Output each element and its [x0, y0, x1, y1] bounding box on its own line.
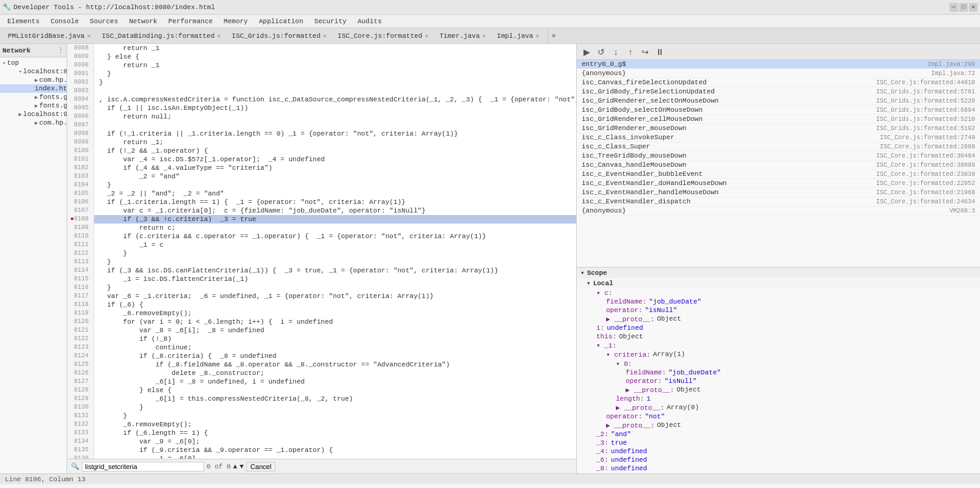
- menu-performance[interactable]: Performance: [163, 16, 218, 26]
- line-content-8116[interactable]: }: [94, 283, 576, 292]
- line-num-8127[interactable]: 8127: [67, 377, 94, 386]
- line-content-8115[interactable]: _1 = isc.DS.flattenCriteria(_1): [94, 275, 576, 283]
- scope-1-criteria-0[interactable]: ▾ 0:: [587, 359, 980, 368]
- tab-close-5[interactable]: ✕: [536, 32, 539, 40]
- line-content-8107[interactable]: var c = _1.criteria[0]; c = {fieldName: …: [94, 206, 576, 215]
- line-num-8124[interactable]: 8124: [67, 352, 94, 360]
- line-num-8111[interactable]: 8111: [67, 241, 94, 249]
- line-content-8131[interactable]: }: [94, 412, 576, 420]
- callstack-item-12[interactable]: isc_c_EventHandler_bubbleEventISC_Core.j…: [577, 170, 980, 179]
- line-content-8129[interactable]: _6[i] = this.compressNestedCriteria(_8, …: [94, 395, 576, 403]
- scope-c[interactable]: ▾ c:: [587, 288, 980, 297]
- callstack-item-2[interactable]: isc_Canvas_fireSelectionUpdatedISC_Core.…: [577, 78, 980, 87]
- tab-close-2[interactable]: ✕: [323, 32, 327, 40]
- scope-1[interactable]: ▾ _1:: [587, 341, 980, 350]
- search-cancel-btn[interactable]: Cancel: [246, 462, 276, 472]
- line-num-8104[interactable]: 8104: [67, 181, 94, 189]
- menu-application[interactable]: Application: [254, 16, 309, 26]
- tab-close-3[interactable]: ✕: [425, 32, 428, 40]
- callstack-item-8[interactable]: isc_c_Class_invokeSuperISC_Core.js:forma…: [577, 133, 980, 142]
- scope-1-proto[interactable]: ▶ __proto__:Object: [587, 421, 980, 430]
- line-num-8123[interactable]: 8123: [67, 343, 94, 352]
- tabs-more-btn[interactable]: »: [548, 28, 560, 43]
- line-content-8134[interactable]: var _9 = _6[0];: [94, 437, 576, 446]
- line-num-8119[interactable]: 8119: [67, 309, 94, 318]
- scope-1-criteria[interactable]: ▾ criteria:Array(1): [587, 350, 980, 359]
- line-num-8092[interactable]: 8092: [67, 78, 94, 87]
- line-content-8093[interactable]: [94, 87, 576, 95]
- scope-c-proto[interactable]: ▶ __proto__:Object: [587, 315, 980, 324]
- line-num-8094[interactable]: 8094: [67, 95, 94, 104]
- callstack-item-13[interactable]: isc_c_EventHandler_doHandleMouseDownISC_…: [577, 179, 980, 188]
- menu-sources[interactable]: Sources: [85, 16, 123, 26]
- search-prev-btn[interactable]: ▲: [233, 463, 238, 470]
- line-num-8106[interactable]: 8106: [67, 198, 94, 206]
- line-content-8101[interactable]: var _4 = isc.DS.$57z[_1.operator]; _4 = …: [94, 155, 576, 164]
- line-content-8103[interactable]: _2 = "and": [94, 172, 576, 181]
- line-content-8113[interactable]: }: [94, 258, 576, 266]
- line-content-8120[interactable]: for (var i = 0; i < _6.length; i++) { i …: [94, 318, 576, 326]
- callstack-item-3[interactable]: isc_GridBody_fireSelectionUpdatedISC_Gri…: [577, 87, 980, 97]
- line-num-8101[interactable]: 8101: [67, 155, 94, 164]
- line-content-8088[interactable]: return _1: [94, 44, 576, 53]
- line-content-8132[interactable]: _6.removeEmpty();: [94, 420, 576, 429]
- line-content-8110[interactable]: if (c.criteria && c.operator == _1.opera…: [94, 232, 576, 241]
- line-num-8134[interactable]: 8134: [67, 437, 94, 446]
- line-content-8098[interactable]: if (!_1.criteria || _1.criteria.length =…: [94, 129, 576, 138]
- line-content-8100[interactable]: if (!_2 && _1.operator) {: [94, 147, 576, 155]
- line-content-8104[interactable]: }: [94, 181, 576, 189]
- line-content-8096[interactable]: return null;: [94, 112, 576, 121]
- callstack-item-6[interactable]: isc_GridRenderer_cellMouseDownISC_Grids.…: [577, 115, 980, 124]
- debug-pause-btn[interactable]: ↺: [595, 46, 607, 57]
- line-content-8127[interactable]: _6[i] = _8 = undefined, i = undefined: [94, 377, 576, 386]
- debug-step-into-btn[interactable]: ↑: [624, 46, 637, 57]
- line-num-8102[interactable]: 8102: [67, 164, 94, 172]
- line-num-8132[interactable]: 8132: [67, 420, 94, 429]
- line-content-8119[interactable]: _6.removeEmpty();: [94, 309, 576, 318]
- line-num-8110[interactable]: 8110: [67, 232, 94, 241]
- line-num-8114[interactable]: 8114: [67, 266, 94, 275]
- menu-console[interactable]: Console: [46, 16, 84, 26]
- line-num-8122[interactable]: 8122: [67, 335, 94, 343]
- debug-step-over-btn[interactable]: ↓: [610, 46, 622, 57]
- tab-close-1[interactable]: ✕: [217, 32, 221, 40]
- line-num-8105[interactable]: 8105: [67, 189, 94, 198]
- code-area[interactable]: 8088 return _18089 } else {8090 return _…: [67, 44, 576, 459]
- callstack-item-4[interactable]: isc_GridRenderer_selectOnMouseDownISC_Gr…: [577, 97, 980, 106]
- scope-1-criteria-0-proto[interactable]: ▶ __proto__:Object: [587, 385, 980, 395]
- line-content-8112[interactable]: }: [94, 249, 576, 258]
- line-num-8135[interactable]: 8135: [67, 446, 94, 454]
- tab-close-0[interactable]: ✕: [87, 32, 90, 40]
- line-num-8100[interactable]: 8100: [67, 147, 94, 155]
- tab-close-4[interactable]: ✕: [482, 32, 486, 40]
- line-content-8125[interactable]: if (_8.fieldName && _8.operator && _8._c…: [94, 360, 576, 369]
- line-num-8108[interactable]: ●8108: [67, 215, 94, 224]
- line-content-8123[interactable]: continue;: [94, 343, 576, 352]
- line-num-8130[interactable]: 8130: [67, 403, 94, 412]
- search-next-btn[interactable]: ▼: [240, 463, 244, 470]
- tab-5[interactable]: Impl.java✕: [491, 28, 544, 43]
- tree-item-6[interactable]: ▶localhost:9876: [0, 110, 67, 118]
- menu-network[interactable]: Network: [124, 16, 162, 26]
- line-num-8096[interactable]: 8096: [67, 112, 94, 121]
- line-content-8090[interactable]: return _1: [94, 61, 576, 70]
- line-num-8095[interactable]: 8095: [67, 104, 94, 112]
- tab-4[interactable]: Timer.java✕: [434, 28, 491, 43]
- tree-item-0[interactable]: ▾top: [0, 59, 67, 67]
- line-num-8109[interactable]: 8109: [67, 224, 94, 232]
- line-num-8133[interactable]: 8133: [67, 429, 94, 437]
- tree-item-5[interactable]: ▶fonts.gstatic.com: [0, 101, 67, 110]
- line-content-8105[interactable]: _2 = _2 || "and"; _2 = "and": [94, 189, 576, 198]
- line-content-8097[interactable]: [94, 121, 576, 129]
- line-num-8107[interactable]: 8107: [67, 206, 94, 215]
- line-content-8126[interactable]: delete _8._constructor;: [94, 369, 576, 377]
- line-num-8112[interactable]: 8112: [67, 249, 94, 258]
- callstack-item-10[interactable]: isc_TreeGridBody_mouseDownISC_Core.js:fo…: [577, 151, 980, 161]
- minimize-btn[interactable]: —: [949, 3, 958, 12]
- line-content-8108[interactable]: if (_3 && !c.criteria) _3 = true: [94, 215, 576, 224]
- tree-item-1[interactable]: ▾localhost:8080: [0, 67, 67, 76]
- callstack-item-5[interactable]: isc_GridBody_selectOnMouseDownISC_Grids.…: [577, 106, 980, 115]
- line-num-8091[interactable]: 8091: [67, 70, 94, 78]
- line-content-8136[interactable]: _1 = _6[0]: [94, 454, 576, 459]
- tree-item-2[interactable]: ▶com.hp.cp.pm.gw: [0, 76, 67, 84]
